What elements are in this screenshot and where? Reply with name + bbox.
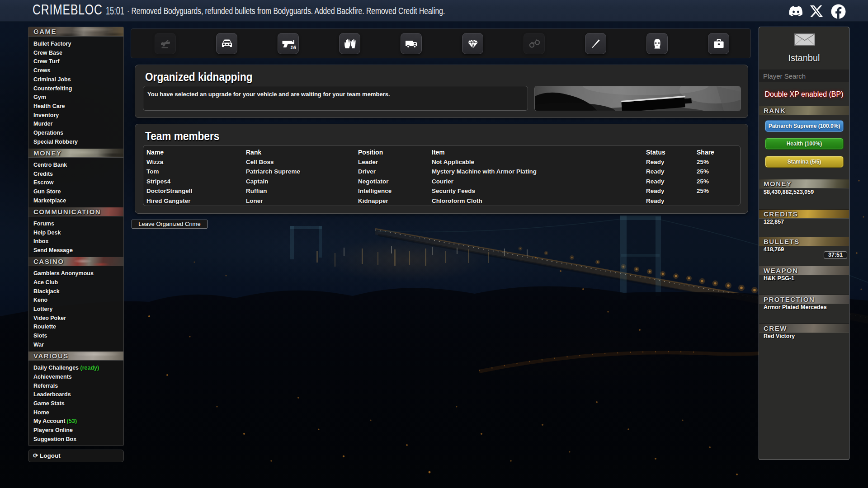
svg-text:16: 16 (290, 45, 296, 50)
